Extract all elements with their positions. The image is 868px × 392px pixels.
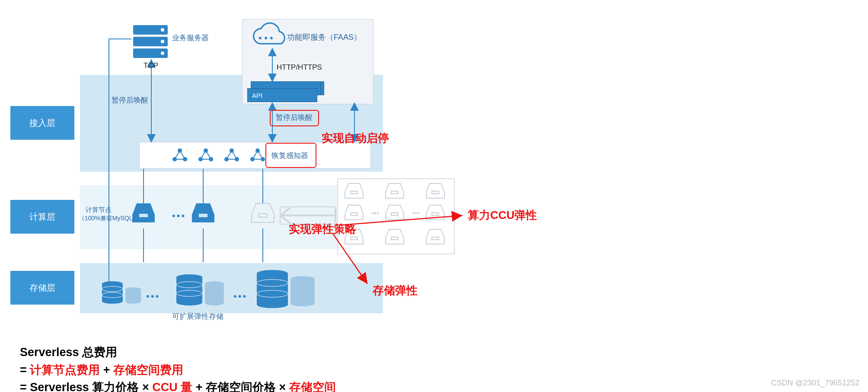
compute-node-icons bbox=[132, 203, 274, 222]
watermark: CSDN @2301_79651252 bbox=[771, 379, 859, 388]
svg-point-5 bbox=[161, 51, 164, 55]
formula-mid2: + 存储空间价格 × bbox=[192, 381, 289, 392]
svg-point-48 bbox=[102, 299, 123, 304]
svg-rect-41 bbox=[391, 237, 398, 240]
svg-rect-40 bbox=[351, 237, 357, 240]
formula-prefix2: = Serverless 算力价格 × bbox=[20, 381, 152, 392]
svg-rect-37 bbox=[351, 213, 357, 215]
svg-rect-32 bbox=[199, 214, 207, 217]
svg-text:•••: ••• bbox=[412, 209, 420, 217]
svg-rect-35 bbox=[391, 191, 398, 194]
formula-plus1: + bbox=[103, 363, 113, 376]
auto-start-stop-label: 实现自动启停 bbox=[322, 131, 389, 146]
api-label: API bbox=[252, 92, 262, 99]
formula-compute-fee: 计算节点费用 bbox=[30, 363, 100, 376]
svg-point-64 bbox=[257, 301, 288, 308]
api-stack: API bbox=[247, 81, 320, 103]
node-icons bbox=[172, 148, 265, 161]
svg-rect-33 bbox=[258, 214, 267, 217]
svg-rect-36 bbox=[432, 191, 439, 194]
svg-point-4 bbox=[161, 40, 164, 43]
http-label: HTTP/HTTPS bbox=[277, 63, 322, 72]
storage-icons bbox=[102, 270, 315, 308]
cloud-icon bbox=[254, 23, 285, 44]
tcp-label: TCP bbox=[144, 61, 158, 70]
svg-line-70 bbox=[333, 234, 367, 284]
ccu-elastic-label: 算力CCU弹性 bbox=[468, 208, 537, 223]
formula-storage-space: 存储空间 bbox=[289, 381, 336, 392]
ghost-pool-icons: ••• ••• bbox=[345, 183, 444, 244]
svg-text:•••: ••• bbox=[372, 209, 379, 217]
svg-point-3 bbox=[161, 28, 164, 32]
formula-eq1: = bbox=[20, 363, 27, 376]
storage-dots1: ••• bbox=[146, 291, 160, 302]
server-icon bbox=[133, 25, 168, 58]
svg-rect-39 bbox=[432, 213, 439, 215]
biz-server-label: 业务服务器 bbox=[172, 33, 209, 43]
svg-point-6 bbox=[265, 37, 267, 39]
storage-dots2: ••• bbox=[233, 291, 247, 302]
svg-point-7 bbox=[270, 37, 273, 39]
compute-dots: ••• bbox=[172, 210, 186, 222]
compute-node-l1: 计算节点 bbox=[86, 206, 112, 214]
storage-scale-label: 可扩展弹性存储 bbox=[172, 312, 223, 321]
svg-rect-38 bbox=[391, 213, 398, 215]
elastic-strategy-label: 实现弹性策略 bbox=[289, 222, 356, 237]
svg-point-53 bbox=[125, 299, 141, 304]
pause-label-1: 暂停后唤醒 bbox=[112, 95, 148, 105]
formula-ccu: CCU 量 bbox=[152, 381, 192, 392]
compute-node-l2: （100%兼容MySQL） bbox=[79, 215, 138, 222]
svg-point-56 bbox=[176, 299, 202, 305]
faas-label: 功能即服务（FAAS） bbox=[287, 32, 361, 42]
formula-l1: Serverless 总费用 bbox=[20, 346, 117, 359]
recovery-label: 恢复感知器 bbox=[271, 151, 308, 161]
svg-rect-55 bbox=[176, 277, 202, 302]
svg-point-61 bbox=[205, 300, 224, 305]
svg-rect-60 bbox=[205, 284, 224, 303]
svg-rect-63 bbox=[257, 273, 288, 305]
svg-point-69 bbox=[290, 300, 315, 306]
svg-rect-68 bbox=[290, 279, 315, 303]
formula-block: Serverless 总费用 = 计算节点费用 + 存储空间费用 = Serve… bbox=[20, 344, 336, 392]
pause-label-2: 暂停后唤醒 bbox=[276, 112, 313, 122]
storage-elastic-label: 存储弹性 bbox=[373, 283, 418, 298]
svg-point-8 bbox=[259, 37, 262, 39]
svg-rect-42 bbox=[432, 237, 439, 240]
formula-storage-fee: 存储空间费用 bbox=[113, 363, 183, 376]
svg-rect-31 bbox=[139, 214, 148, 217]
svg-rect-34 bbox=[351, 191, 357, 194]
